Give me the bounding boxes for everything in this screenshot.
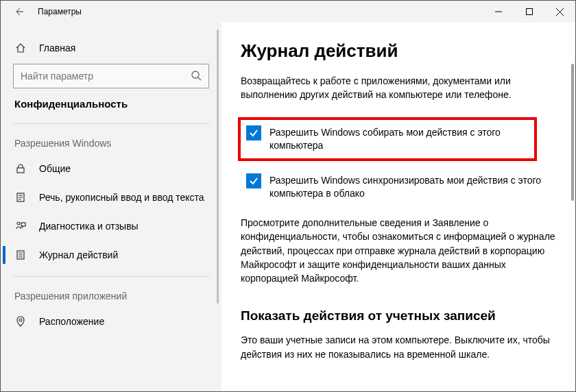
checkmark-icon	[249, 176, 259, 186]
nav-item-location[interactable]: Расположение	[1, 307, 221, 336]
search-icon	[191, 70, 202, 83]
checkbox-collect-activities[interactable]: Разрешить Windows собирать мои действия …	[238, 117, 537, 161]
section-heading: Показать действия от учетных записей	[241, 308, 556, 323]
close-icon	[556, 8, 564, 16]
search-box[interactable]	[13, 64, 209, 88]
nav-label: Речь, рукописный ввод и ввод текста	[39, 192, 204, 203]
svg-point-7	[19, 319, 22, 321]
home-label: Главная	[39, 42, 75, 53]
nav-item-speech[interactable]: Речь, рукописный ввод и ввод текста	[1, 183, 221, 212]
home-icon	[14, 42, 27, 54]
info-paragraph: Просмотрите дополнительные сведения и За…	[241, 216, 556, 285]
maximize-icon	[526, 8, 533, 15]
feedback-icon	[14, 220, 27, 232]
back-button[interactable]	[13, 5, 25, 18]
nav-item-diagnostics[interactable]: Диагностика и отзывы	[1, 212, 221, 241]
sidebar: Главная Конфиденциальность Разрешения Wi…	[1, 23, 221, 391]
nav-label: Диагностика и отзывы	[39, 221, 139, 232]
checkbox-label: Разрешить Windows собирать мои действия …	[269, 125, 529, 153]
content-pane: Журнал действий Возвращайтесь к работе с…	[221, 23, 575, 391]
minimize-button[interactable]	[483, 1, 514, 23]
arrow-left-icon	[14, 6, 25, 17]
nav-item-general[interactable]: Общие	[1, 154, 221, 183]
search-input[interactable]	[21, 71, 191, 82]
close-button[interactable]	[544, 1, 575, 23]
checkbox-input[interactable]	[246, 173, 261, 188]
window-title: Параметры	[38, 7, 82, 16]
section-title: Конфиденциальность	[1, 98, 221, 123]
window-controls	[483, 1, 575, 23]
page-description: Возвращайтесь к работе с приложениями, д…	[241, 74, 556, 102]
checkbox-input[interactable]	[246, 125, 261, 140]
nav-label: Общие	[39, 163, 71, 174]
clipboard-icon	[14, 191, 27, 204]
svg-rect-0	[526, 9, 532, 15]
group-label-permissions: Разрешения Windows	[1, 124, 221, 154]
svg-rect-2	[17, 168, 24, 173]
svg-rect-5	[21, 223, 25, 226]
group-label-apps: Разрешения приложений	[1, 277, 221, 307]
checkbox-label: Разрешить Windows синхронизировать мои д…	[269, 173, 551, 201]
titlebar: Параметры	[1, 1, 575, 23]
minimize-icon	[495, 8, 502, 15]
svg-point-1	[192, 71, 199, 78]
page-title: Журнал действий	[241, 40, 556, 62]
main-layout: Главная Конфиденциальность Разрешения Wi…	[1, 23, 575, 391]
maximize-button[interactable]	[514, 1, 544, 23]
checkmark-icon	[249, 128, 259, 138]
history-icon	[14, 249, 27, 261]
location-icon	[14, 315, 27, 328]
nav-item-activity-history[interactable]: Журнал действий	[1, 241, 221, 269]
home-nav[interactable]: Главная	[1, 35, 221, 64]
content-scrollbar[interactable]	[571, 64, 574, 201]
nav-label: Расположение	[39, 316, 104, 327]
checkbox-sync-activities[interactable]: Разрешить Windows синхронизировать мои д…	[241, 168, 556, 206]
nav-label: Журнал действий	[39, 249, 118, 260]
svg-point-4	[17, 222, 20, 225]
section-description: Это ваши учетные записи на этом компьюте…	[241, 333, 556, 361]
lock-icon	[14, 162, 27, 175]
